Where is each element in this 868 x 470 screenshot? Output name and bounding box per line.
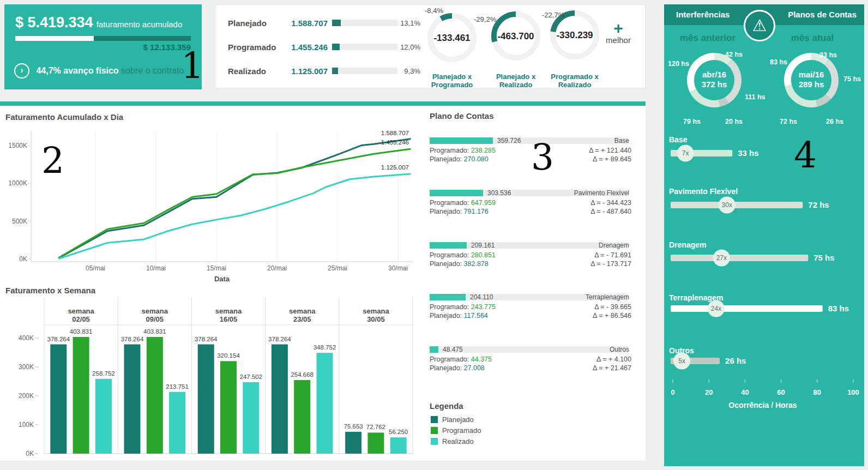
bar-y-tick-label: 0K (26, 450, 34, 457)
accumulated-amount: $ 5.419.334 (15, 14, 93, 31)
warning-button[interactable]: ⚠ (744, 10, 775, 41)
axis-tick-label: 0 (671, 388, 674, 396)
donut-hour-label: 33 hs (819, 51, 837, 59)
y-tick-label: 0K (19, 255, 27, 263)
x-tick-label: 05/mai (86, 264, 105, 272)
plano-programado-line: Programado: 280.851 (430, 251, 496, 259)
gauge-value: -463.700 (497, 31, 534, 41)
gauge-caption-line2: Realizado (499, 81, 533, 89)
week-header-line2: 16/05 (220, 315, 238, 323)
bar-planejado-week3 (198, 345, 214, 454)
bar-programado-week3 (220, 361, 237, 454)
donut-donut_abr-segment-111hs (727, 62, 738, 100)
week-header-line2: 02/05 (72, 315, 90, 323)
expand-button[interactable]: › (14, 63, 29, 79)
planejado-value: 117.564 (464, 312, 488, 320)
legend-item-realizado: Realizado (431, 436, 474, 445)
plano-title: Plano de Contas (430, 111, 494, 120)
axis-tick-label: 60 (777, 388, 785, 396)
plano-delta-2: Δ = + 86.546 (593, 312, 631, 320)
plano-item-name: Pavimento Flexível (574, 190, 629, 196)
bar-value-label: 254.668 (291, 371, 314, 378)
contract-progress-bar (15, 36, 191, 41)
gauge-caption-line1: Planejado x (432, 73, 472, 81)
dashboard-page: $ 5.419.334faturamento acumulado $ 12.13… (0, 0, 868, 470)
bar-programado-week5 (367, 432, 384, 454)
week-header-line2: 09/05 (146, 315, 164, 323)
bar-value-label: 378.264 (47, 336, 70, 342)
progress-done-segment (15, 36, 94, 41)
bar-value-label: 378.264 (195, 336, 218, 342)
plano-item-name: Drenagem (599, 242, 629, 249)
donut-center-month: mai/16 (799, 70, 824, 79)
week-header-line1: semana (68, 307, 94, 315)
bar-value-label: 258.752 (92, 370, 115, 377)
bar-value-label: 72.762 (366, 424, 385, 430)
planejado-prefix: Planejado: (430, 312, 462, 320)
bar-programado-week2 (147, 337, 163, 454)
accumulated-caption: faturamento acumulado (97, 20, 183, 29)
legend-swatch (431, 416, 438, 423)
plano-programado-line: Programado: 44.375 (430, 355, 492, 363)
advance-caption: sobre o contrato (121, 66, 184, 75)
donut-donut_mai-segment-75hs (827, 62, 835, 97)
programado-value: 280.851 (471, 251, 496, 259)
plano-bar-track (430, 137, 628, 144)
week-header-line2: 30/05 (367, 315, 385, 323)
slider-occurrence-label: 5x (678, 357, 685, 365)
slider-hours-label: 26 hs (725, 356, 746, 365)
plano-bar-fill (430, 294, 466, 300)
kpi-card: Planejado1.588.70713,1%Programado1.455.2… (215, 4, 646, 88)
gauge-value: -133.461 (433, 33, 470, 43)
teal-divider (0, 101, 646, 106)
y-tick-label: 1000K (8, 179, 27, 187)
plano-delta-2: Δ = - 173.717 (590, 260, 631, 268)
donut-hour-label: 26 hs (826, 118, 843, 125)
donut-donut_abr-segment-20hs (719, 100, 727, 104)
planejado-value: 791.176 (464, 208, 489, 215)
legend-label: Realizado (442, 437, 474, 445)
slider-occurrence-label: 24x (711, 305, 721, 312)
plano-planejado-line: Planejado: 270.080 (430, 155, 489, 163)
annotation-number-1: 1 (181, 48, 204, 84)
better-direction-label: melhor (602, 35, 635, 45)
gauge-percent: -29,2% (474, 15, 497, 23)
x-tick-label: 15/mai (207, 264, 226, 272)
bar-realizado-week4 (317, 353, 333, 454)
slider-track-terraplenagem[interactable] (671, 305, 823, 312)
slider-label-base: Base (669, 135, 688, 144)
plano-planejado-line: Planejado: 791.176 (430, 208, 489, 215)
slider-hours-label: 33 hs (738, 148, 758, 158)
plano-programado-line: Programado: 647.959 (430, 199, 496, 207)
donut-hour-label: 20 hs (725, 118, 743, 125)
bar-realizado-week2 (169, 392, 185, 454)
bar-planejado-week2 (124, 345, 141, 454)
bar-y-tick-label: 100K (19, 421, 34, 429)
bar-value-label: 378.264 (268, 336, 291, 342)
physical-advance-row: › 44,7% avanço físico sobre o contrato (14, 63, 184, 79)
chevron-right-icon: › (20, 65, 23, 75)
week-header-line2: 23/05 (293, 315, 311, 323)
x-tick-label: 30/mai (388, 264, 408, 272)
slider-occurrence-label: 30x (722, 201, 732, 209)
bar-value-label: 213.751 (166, 383, 189, 390)
bar-y-tick-label: 300K (19, 363, 34, 371)
axis-tick-label: 100 (847, 388, 859, 396)
planejado-value: 382.878 (464, 260, 489, 268)
plano-item-name: Terraplenagem (586, 294, 629, 300)
slider-track-pavimento-flexível[interactable] (671, 202, 803, 208)
plano-delta-2: Δ = + 21.467 (593, 364, 631, 372)
plano-bar-fill (430, 137, 493, 144)
gauge-percent: -22,7% (542, 11, 565, 19)
bar-value-label: 403.831 (70, 328, 93, 335)
donut-hour-label: 120 hs (668, 60, 689, 68)
plano-programado-line: Programado: 238.285 (430, 147, 496, 154)
donut-donut_abr-segment-79hs (693, 91, 720, 104)
y-tick-label: 500K (12, 218, 27, 225)
series-end-label: 1.588.707 (381, 130, 409, 136)
slider-track-drenagem[interactable] (671, 255, 808, 261)
planejado-prefix: Planejado: (430, 364, 462, 372)
programado-prefix: Programado: (430, 199, 469, 207)
series-end-label: 1.125.007 (381, 164, 409, 171)
legend-swatch (431, 438, 438, 445)
